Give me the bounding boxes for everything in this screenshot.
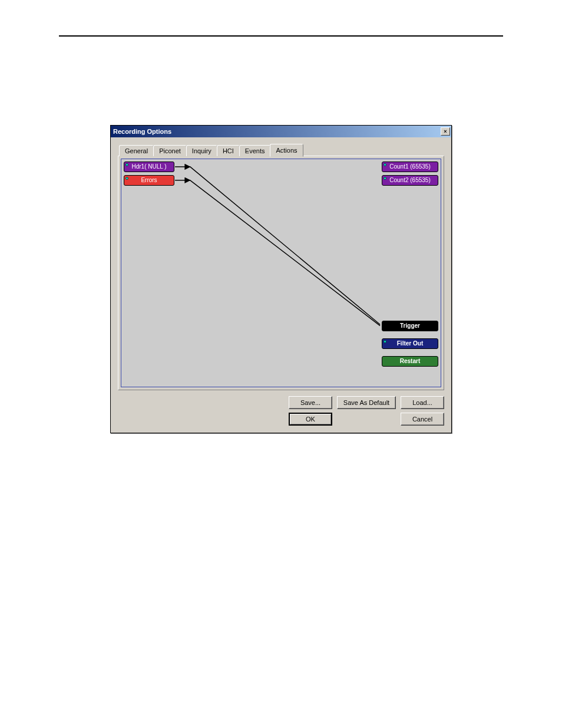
connector-dot-icon <box>125 163 128 166</box>
cancel-button[interactable]: Cancel <box>401 413 444 426</box>
dialog-title: Recording Options <box>113 128 441 135</box>
node-label: Errors <box>141 177 157 183</box>
node-count2[interactable]: Count2 (65535) <box>382 175 438 186</box>
dialog-body: General Piconet Inquiry HCI Events Actio… <box>111 137 451 433</box>
node-count1[interactable]: Count1 (65535) <box>382 162 438 172</box>
titlebar[interactable]: Recording Options × <box>111 126 451 137</box>
node-label: Hdr1( NULL ) <box>131 163 166 170</box>
node-label: Count2 (65535) <box>389 177 431 183</box>
node-trigger[interactable]: Trigger <box>382 321 438 331</box>
recording-options-dialog: Recording Options × General Piconet Inqu… <box>110 125 452 433</box>
node-hdr1[interactable]: Hdr1( NULL ) <box>124 162 174 172</box>
connection-lines <box>121 159 441 387</box>
svg-line-3 <box>190 180 380 326</box>
connector-dot-icon <box>384 340 386 343</box>
actions-canvas[interactable]: Hdr1( NULL ) Errors Count1 (65535) Count… <box>121 159 441 387</box>
tabpanel-actions: Hdr1( NULL ) Errors Count1 (65535) Count… <box>118 156 444 390</box>
ok-button[interactable]: OK <box>289 413 332 426</box>
close-button[interactable]: × <box>441 127 450 136</box>
load-button[interactable]: Load... <box>401 396 444 409</box>
tab-events[interactable]: Events <box>239 145 271 156</box>
save-as-default-button[interactable]: Save As Default <box>337 396 396 409</box>
button-row-1: Save... Save As Default Load... <box>118 396 444 409</box>
node-label: Count1 (65535) <box>389 163 431 170</box>
svg-line-2 <box>190 167 380 325</box>
tab-hci[interactable]: HCI <box>217 145 240 156</box>
tab-general[interactable]: General <box>119 145 154 156</box>
tab-actions[interactable]: Actions <box>270 144 303 157</box>
node-label: Restart <box>400 358 420 364</box>
node-filter-out[interactable]: Filter Out <box>382 338 438 349</box>
tab-piconet[interactable]: Piconet <box>153 145 187 156</box>
tabstrip: General Piconet Inquiry HCI Events Actio… <box>118 143 444 156</box>
node-restart[interactable]: Restart <box>382 356 438 367</box>
node-errors[interactable]: Errors <box>124 175 174 186</box>
save-button[interactable]: Save... <box>289 396 332 409</box>
node-label: Trigger <box>400 322 420 329</box>
connector-dot-icon <box>125 177 128 180</box>
tab-inquiry[interactable]: Inquiry <box>186 145 217 156</box>
connector-dot-icon <box>384 177 386 180</box>
node-label: Filter Out <box>397 340 423 347</box>
button-row-2: OK Cancel <box>118 413 444 426</box>
horizontal-rule <box>59 35 503 37</box>
connector-dot-icon <box>384 163 386 166</box>
